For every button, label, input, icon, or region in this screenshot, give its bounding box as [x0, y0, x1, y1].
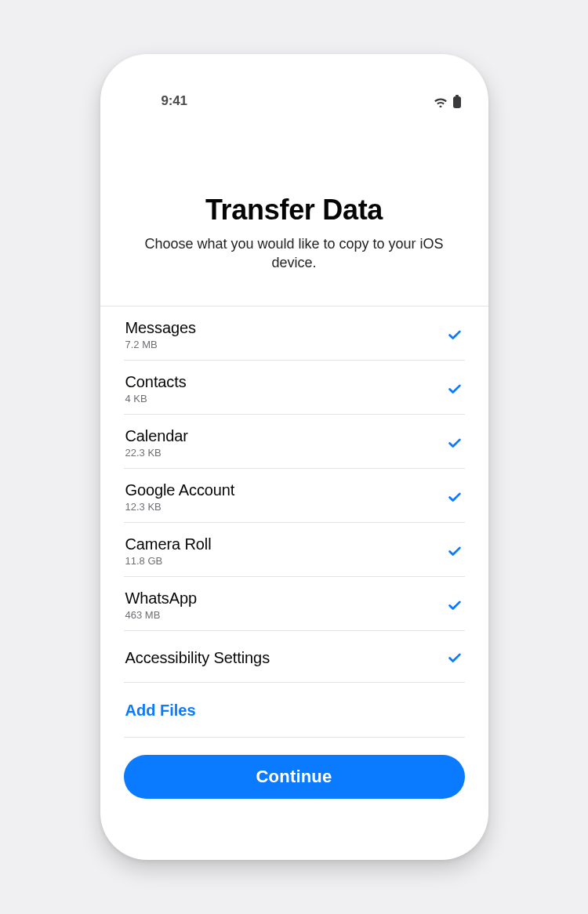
add-files-button[interactable]: Add Files [125, 702, 196, 720]
svg-rect-1 [456, 95, 459, 97]
item-size: 11.8 GB [125, 555, 212, 567]
page-subtitle: Choose what you would like to copy to yo… [129, 234, 459, 273]
footer: Continue [100, 738, 488, 821]
item-size: 12.3 KB [125, 501, 235, 513]
check-icon [446, 488, 463, 506]
item-label: Messages [125, 319, 196, 337]
item-size: 4 KB [125, 393, 187, 404]
item-accessibility-settings[interactable]: Accessibility Settings [124, 631, 465, 683]
item-size: 463 MB [125, 609, 197, 621]
item-messages[interactable]: Messages 7.2 MB [124, 306, 465, 361]
item-label: Camera Roll [125, 535, 212, 553]
item-size: 7.2 MB [125, 339, 196, 350]
item-label: Calendar [125, 427, 188, 445]
transfer-list: Messages 7.2 MB Contacts 4 KB [100, 306, 488, 738]
item-label: Accessibility Settings [125, 649, 270, 667]
item-label: WhatsApp [125, 589, 197, 608]
battery-icon [452, 95, 462, 109]
item-info: Accessibility Settings [125, 649, 270, 667]
item-contacts[interactable]: Contacts 4 KB [124, 361, 465, 415]
item-label: Google Account [125, 481, 235, 499]
check-icon [446, 434, 463, 452]
item-whatsapp[interactable]: WhatsApp 463 MB [124, 577, 465, 631]
check-icon [446, 597, 463, 614]
item-info: Camera Roll 11.8 GB [125, 535, 212, 567]
item-info: Contacts 4 KB [125, 373, 187, 404]
item-label: Contacts [125, 373, 187, 391]
item-google-account[interactable]: Google Account 12.3 KB [124, 469, 465, 523]
page-title: Transfer Data [124, 194, 465, 227]
status-bar: 9:41 [100, 54, 488, 112]
check-icon [446, 380, 463, 397]
item-info: Google Account 12.3 KB [125, 481, 235, 513]
item-camera-roll[interactable]: Camera Roll 11.8 GB [124, 523, 465, 577]
phone-frame: 9:41 Transfer Data Choose what you would… [100, 54, 488, 860]
hero: Transfer Data Choose what you would like… [100, 112, 488, 288]
content: Transfer Data Choose what you would like… [100, 112, 488, 860]
check-icon [446, 326, 463, 343]
list-container: Messages 7.2 MB Contacts 4 KB [100, 306, 488, 738]
check-icon [446, 542, 463, 560]
continue-button[interactable]: Continue [124, 755, 465, 799]
item-calendar[interactable]: Calendar 22.3 KB [124, 415, 465, 469]
status-indicators [434, 95, 462, 109]
item-info: Messages 7.2 MB [125, 319, 196, 350]
add-files-row: Add Files [124, 683, 465, 738]
check-icon [446, 649, 463, 666]
status-time: 9:41 [127, 93, 187, 109]
wifi-icon [434, 96, 448, 107]
item-info: WhatsApp 463 MB [125, 589, 197, 621]
item-size: 22.3 KB [125, 447, 188, 459]
svg-rect-0 [453, 96, 461, 108]
item-info: Calendar 22.3 KB [125, 427, 188, 459]
